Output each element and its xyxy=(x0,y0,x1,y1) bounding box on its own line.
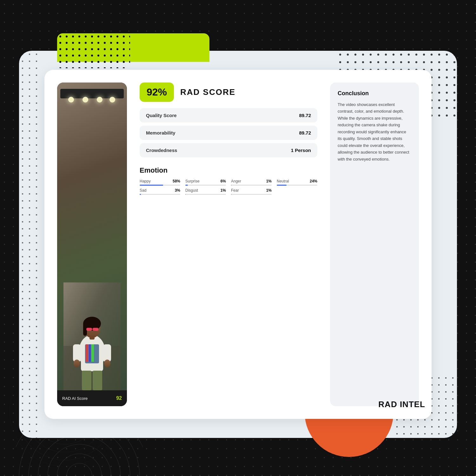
emotion-bar-fill xyxy=(277,185,287,186)
emotion-item-fear: Fear 1% xyxy=(231,188,272,195)
metric-row-crowdedness: Crowdedness 1 Person xyxy=(140,143,317,157)
metrics-section: 92% RAD SCORE Quality Score 89.72 Memora… xyxy=(140,83,317,406)
emotion-pct: 6% xyxy=(221,179,226,183)
emotion-pct: 3% xyxy=(175,188,180,193)
light-bulb-3 xyxy=(97,97,102,102)
score-badge: 92% xyxy=(140,83,174,102)
emotion-name: Surprise xyxy=(185,179,200,183)
svg-rect-27 xyxy=(93,328,98,331)
emotion-name: Disgust xyxy=(185,188,198,193)
outer-card: RAD AI Score 92 92% RAD SCORE Quality Sc… xyxy=(19,51,457,438)
emotion-bar-track xyxy=(140,185,180,186)
emotion-bar-fill xyxy=(231,185,231,186)
emotion-bar-fill xyxy=(185,185,188,186)
main-card: RAD AI Score 92 92% RAD SCORE Quality Sc… xyxy=(44,70,432,419)
svg-point-9 xyxy=(48,444,111,476)
emotion-title: Emotion xyxy=(140,166,317,175)
rad-intel-logo: RAD INTEL xyxy=(378,400,425,409)
svg-rect-21 xyxy=(91,344,94,362)
emotion-grid: Happy 58% Surprise 6% Anger 1% Neutral 2… xyxy=(140,179,317,195)
image-card: RAD AI Score 92 xyxy=(57,83,127,406)
light-bulb-1 xyxy=(68,97,74,102)
metric-row-memorability: Memorability 89.72 xyxy=(140,126,317,140)
emotion-pct: 24% xyxy=(310,179,317,183)
svg-rect-30 xyxy=(103,344,111,362)
emotion-bar-track xyxy=(231,194,272,195)
metric-rows: Quality Score 89.72 Memorability 89.72 C… xyxy=(140,108,317,157)
metric-name-memorability: Memorability xyxy=(146,130,175,136)
emotion-name: Fear xyxy=(231,188,239,193)
metric-row-quality: Quality Score 89.72 xyxy=(140,108,317,122)
image-label-text: RAD AI Score xyxy=(62,396,88,401)
emotion-bar-track xyxy=(140,194,180,195)
svg-rect-33 xyxy=(82,371,91,390)
emotion-item-disgust: Disgust 1% xyxy=(185,188,226,195)
emotion-bar-fill xyxy=(185,194,186,195)
emotion-bar-fill xyxy=(140,194,141,195)
svg-point-7 xyxy=(67,463,92,476)
emotion-name: Anger xyxy=(231,179,241,183)
svg-point-8 xyxy=(57,454,102,476)
light-bulb-2 xyxy=(83,97,88,102)
metric-name-quality: Quality Score xyxy=(146,113,177,118)
svg-point-10 xyxy=(38,435,121,476)
score-header: 92% RAD SCORE xyxy=(140,83,317,102)
photo-area xyxy=(57,83,127,390)
conclusion-section: Conclusion The video showcases excellent… xyxy=(330,83,419,406)
fashion-figure xyxy=(63,282,121,390)
emotion-bar-fill xyxy=(231,194,231,195)
emotion-pct: 58% xyxy=(173,179,180,183)
emotion-bar-track xyxy=(277,185,317,186)
svg-rect-19 xyxy=(86,344,88,362)
metric-value-crowdedness: 1 Person xyxy=(291,148,311,153)
image-card-label-bar: RAD AI Score 92 xyxy=(57,390,127,406)
image-label-score: 92 xyxy=(116,395,122,401)
svg-rect-20 xyxy=(89,344,91,362)
svg-point-31 xyxy=(74,360,80,367)
score-label: RAD SCORE xyxy=(180,87,235,97)
svg-rect-34 xyxy=(93,371,102,390)
metric-value-memorability: 89.72 xyxy=(299,130,311,136)
svg-rect-26 xyxy=(86,328,92,331)
emotion-bar-track xyxy=(185,194,226,195)
emotion-pct: 1% xyxy=(266,188,272,193)
emotion-name: Sad xyxy=(140,188,146,193)
conclusion-text: The video showcases excellent contrast, … xyxy=(338,101,411,162)
emotion-section: Emotion Happy 58% Surprise 6% Anger 1% N… xyxy=(140,166,317,195)
light-bulb-4 xyxy=(109,97,115,102)
emotion-item-sad: Sad 3% xyxy=(140,188,180,195)
emotion-bar-track xyxy=(185,185,226,186)
emotion-item-neutral: Neutral 24% xyxy=(277,179,317,186)
emotion-name: Neutral xyxy=(277,179,289,183)
emotion-item-surprise: Surprise 6% xyxy=(185,179,226,186)
metric-value-quality: 89.72 xyxy=(299,113,311,118)
svg-rect-29 xyxy=(73,344,81,362)
green-dots-overlay xyxy=(57,33,130,68)
svg-point-32 xyxy=(104,360,110,367)
dots-left-edge xyxy=(19,51,41,438)
emotion-item-happy: Happy 58% xyxy=(140,179,180,186)
emotion-bar-track xyxy=(231,185,272,186)
emotion-name: Happy xyxy=(140,179,151,183)
emotion-pct: 1% xyxy=(266,179,272,183)
conclusion-title: Conclusion xyxy=(338,90,411,97)
emotion-pct: 1% xyxy=(221,188,226,193)
emotion-bar-fill xyxy=(140,185,163,186)
emotion-item-anger: Anger 1% xyxy=(231,179,272,186)
metric-name-crowdedness: Crowdedness xyxy=(146,148,177,153)
